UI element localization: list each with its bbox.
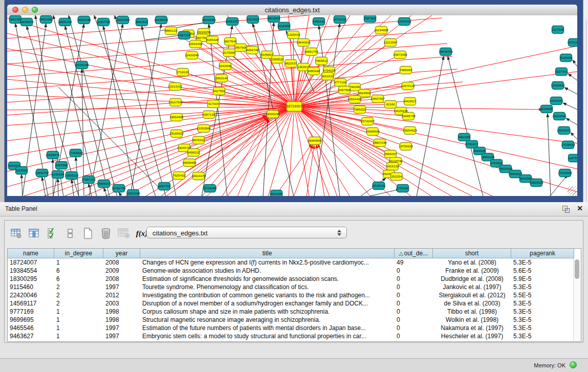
table-row[interactable]: 1872400712008Changes of HCN gene express…	[8, 258, 581, 267]
graph-node[interactable]: 8860123	[165, 27, 178, 35]
table-row[interactable]: 946362711997Embryonic stem cells: a mode…	[8, 332, 581, 340]
graph-node[interactable]: 9227343	[555, 68, 568, 76]
table-scrollbar[interactable]	[573, 258, 581, 341]
graph-node[interactable]: 1167531	[568, 155, 577, 162]
graph-node[interactable]: 12254419	[397, 18, 411, 26]
graph-node[interactable]: 15716485	[203, 185, 217, 192]
graph-node[interactable]: 9827546	[224, 38, 237, 46]
graph-node[interactable]: 20691406	[58, 18, 72, 26]
float-panel-icon[interactable]	[562, 206, 570, 212]
graph-node[interactable]: 16782759	[112, 185, 126, 192]
graph-node[interactable]: 9463627	[404, 98, 417, 105]
graph-node[interactable]: 11325419	[286, 31, 300, 39]
graph-node[interactable]: 9427552	[213, 87, 226, 95]
graph-node[interactable]: 9129966	[560, 54, 573, 62]
graph-node[interactable]: 1527602	[247, 16, 259, 24]
graph-node[interactable]: 9777169	[334, 79, 347, 86]
graph-node[interactable]: 9990448	[308, 68, 320, 75]
table-row[interactable]: 2242004622012Investigating the contribut…	[8, 291, 581, 299]
graph-node[interactable]: 19495758	[401, 113, 416, 120]
graph-node[interactable]: 13942757	[35, 169, 49, 177]
column-header-name[interactable]: name	[8, 249, 54, 258]
table-row[interactable]: 1830029562008Estimation of significance …	[8, 275, 581, 283]
close-panel-icon[interactable]: ✕	[577, 204, 583, 212]
graph-node[interactable]: 9218586	[278, 23, 291, 30]
table-row[interactable]: 969969511998Structural magnetic resonanc…	[8, 316, 581, 324]
column-header-out-de-[interactable]: △out_de...	[395, 249, 433, 258]
graph-node[interactable]: 12444151	[549, 97, 563, 105]
select-all-icon[interactable]	[46, 227, 59, 240]
graph-node[interactable]: 11607705	[96, 18, 111, 26]
graph-node[interactable]: 16961758	[304, 48, 318, 56]
graph-node[interactable]: 14035573	[19, 18, 34, 26]
graph-node[interactable]: 20206576	[46, 151, 60, 159]
graph-node[interactable]: 17210603	[558, 169, 572, 177]
graph-node[interactable]: 7986322	[354, 106, 366, 114]
graph-node[interactable]: 9014299	[270, 190, 283, 196]
graph-node[interactable]: 9242848	[219, 62, 232, 70]
graph-node[interactable]: 10973493	[393, 51, 407, 59]
graph-node[interactable]: 6497568	[338, 86, 351, 94]
table-row[interactable]: 1456911722003Disruption of a novel membe…	[8, 299, 581, 308]
graph-node[interactable]: 1117539	[552, 26, 564, 34]
graph-node[interactable]: 9862525	[136, 18, 148, 26]
graph-node[interactable]: 2967608	[234, 44, 247, 52]
graph-node[interactable]: 18107554	[168, 99, 183, 106]
memory-status-icon[interactable]	[570, 361, 577, 368]
graph-node[interactable]: 19756928	[399, 143, 413, 150]
graph-node[interactable]: 9482283	[458, 134, 471, 141]
graph-node[interactable]: 10807467	[371, 95, 385, 103]
graph-node[interactable]: 13505115	[64, 172, 79, 180]
graph-node[interactable]: 9621022	[321, 73, 334, 80]
graph-node[interactable]: 16099483	[182, 159, 197, 167]
graph-node[interactable]: 8186328	[206, 36, 219, 44]
graph-node[interactable]: 15261045	[77, 16, 91, 24]
graph-node[interactable]: 1145154	[52, 171, 64, 179]
graph-node[interactable]: 16648784	[439, 48, 453, 56]
column-header-pagerank[interactable]: pagerank	[511, 249, 574, 258]
clear-selection-icon[interactable]	[63, 227, 77, 240]
graph-node[interactable]: 1115682	[15, 167, 28, 174]
column-header-title[interactable]: title	[140, 249, 395, 258]
graph-node[interactable]: 417004	[208, 100, 220, 108]
graph-node[interactable]: 12975115	[401, 82, 415, 90]
delete-table-icon[interactable]	[99, 227, 113, 240]
graph-node[interactable]: 16033809	[202, 16, 216, 24]
graph-node[interactable]: 12213313	[168, 83, 182, 91]
graph-node[interactable]: 9498222	[187, 149, 200, 157]
graph-node[interactable]: 18807249	[373, 139, 387, 147]
table-row[interactable]: 946554611997Estimation of the future num…	[8, 324, 581, 332]
graph-node[interactable]: 18640910	[296, 39, 311, 47]
column-header-year[interactable]: year	[103, 249, 140, 258]
graph-node[interactable]: 7625402	[173, 172, 186, 180]
graph-node[interactable]: 2803144	[215, 75, 228, 82]
network-view-canvas[interactable]: 8860123891295423226058982750981863281054…	[7, 15, 577, 196]
graph-node[interactable]: 1753426	[397, 185, 409, 192]
graph-node[interactable]: 252254	[391, 173, 403, 181]
graph-node[interactable]: 15932971	[557, 127, 571, 135]
graph-node[interactable]: 16914479	[191, 172, 206, 180]
graph-node[interactable]: 17016514	[561, 141, 575, 149]
graph-node[interactable]: 7957224	[178, 32, 191, 39]
graph-node[interactable]: 16210643	[552, 113, 567, 120]
graph-node[interactable]: 20564486	[347, 96, 362, 103]
graph-node[interactable]: 12353584	[197, 125, 211, 133]
graph-node[interactable]: 15654923	[403, 127, 417, 135]
graph-node[interactable]: 9822037	[285, 60, 297, 68]
graph-node[interactable]: 2718120	[177, 69, 189, 76]
graph-node[interactable]: 1588520	[271, 56, 284, 63]
graph-node[interactable]: 1615132	[386, 163, 399, 170]
graph-node[interactable]: 10719112	[333, 16, 347, 24]
table-selector-dropdown[interactable]: citations_edges.txt	[146, 227, 347, 238]
graph-node[interactable]: 7485083	[400, 67, 412, 74]
graph-node[interactable]: 19166822	[169, 130, 184, 138]
table-row[interactable]: 977716911998Corpus callosum shape and si…	[8, 308, 581, 316]
graph-node[interactable]: 10688609	[365, 128, 380, 136]
graph-node[interactable]: 15751074	[567, 39, 577, 47]
scrollbar-thumb[interactable]	[575, 259, 579, 279]
graph-node[interactable]: 18300295	[266, 111, 280, 118]
graph-node[interactable]: 10925528	[529, 179, 543, 187]
column-header-in-degree[interactable]: in_degree	[54, 249, 103, 258]
graph-node[interactable]: 10543392	[188, 40, 203, 48]
graph-node[interactable]: 16958107	[97, 180, 111, 188]
